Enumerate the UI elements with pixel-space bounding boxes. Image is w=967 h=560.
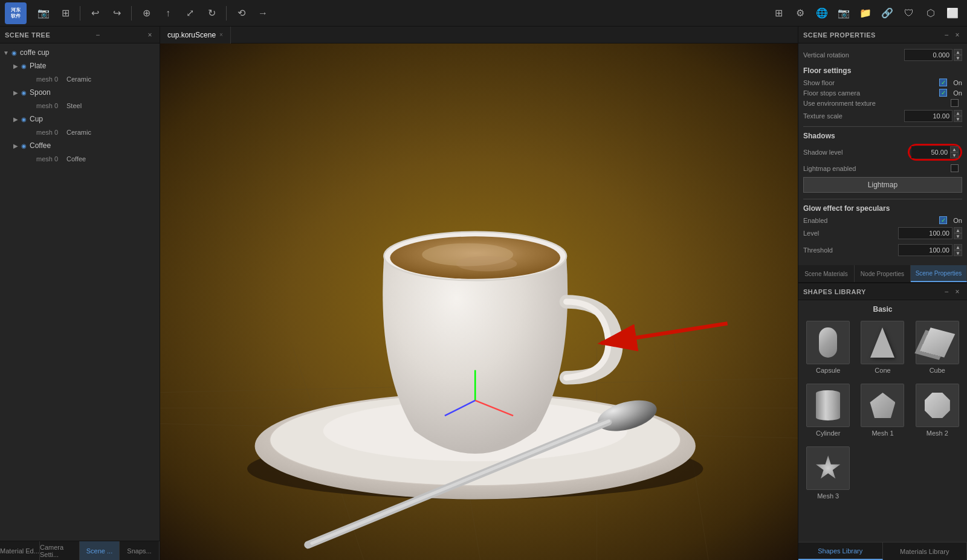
tab-snaps[interactable]: Snaps...: [120, 541, 160, 560]
glow-threshold-down[interactable]: ▼: [954, 250, 962, 256]
tab-camera-settings[interactable]: Camera Setti...: [40, 541, 80, 560]
toggle-spoon[interactable]: ▶: [12, 89, 19, 96]
viewport-tabs-bar: cup.koruScene ×: [160, 27, 798, 43]
texture-scale-input[interactable]: [904, 110, 952, 122]
tree-item-plate[interactable]: ▶ ◉ Plate: [0, 59, 160, 72]
new-scene-button[interactable]: ⊞: [56, 4, 75, 23]
mesh-row-coffee: mesh 0 Coffee: [0, 152, 160, 166]
scene-tree-minimize[interactable]: −: [93, 30, 103, 40]
shield-button[interactable]: 🛡: [899, 4, 919, 23]
main-area: SCENE TREE − × ▼ ◉ coffe cup ▶ ◉ Plate m…: [0, 27, 967, 560]
glow-threshold-up[interactable]: ▲: [954, 244, 962, 250]
shape-item-cube[interactable]: Cube: [913, 318, 962, 376]
vis-icon-coffee[interactable]: ◉: [19, 141, 28, 150]
shapes-tab-materials-library[interactable]: Materials Library: [883, 542, 968, 560]
show-floor-checkbox[interactable]: ✓: [939, 79, 947, 86]
scale-button[interactable]: ⤢: [180, 4, 199, 23]
shape-item-mesh2[interactable]: Mesh 2: [913, 381, 962, 439]
floor-settings-title: Floor settings: [803, 66, 962, 75]
expand-button[interactable]: ⬜: [943, 4, 962, 23]
mesh-row-plate: mesh 0 Ceramic: [0, 72, 160, 86]
texture-scale-down[interactable]: ▼: [954, 116, 962, 122]
folder-button[interactable]: 📁: [856, 4, 875, 23]
lightmap-enabled-checkbox[interactable]: [951, 164, 959, 172]
glow-level-down[interactable]: ▼: [954, 233, 962, 239]
glow-enabled-value: On: [953, 217, 962, 224]
lightmap-button[interactable]: Lightmap: [803, 177, 962, 193]
glow-enabled-checkbox[interactable]: ✓: [939, 216, 947, 224]
shape-item-cylinder[interactable]: Cylinder: [803, 381, 853, 439]
vertical-rotation-input[interactable]: [904, 49, 952, 61]
texture-scale-up[interactable]: ▲: [954, 110, 962, 116]
tree-item-spoon[interactable]: ▶ ◉ Spoon: [0, 86, 160, 99]
shapes-lib-minimize[interactable]: −: [942, 287, 951, 297]
tree-item-coffee[interactable]: ▶ ◉ Coffee: [0, 139, 160, 152]
vertical-rotation-down[interactable]: ▼: [954, 55, 962, 61]
snap-button[interactable]: ⟲: [231, 4, 251, 23]
vertical-rotation-value: ▲ ▼: [904, 49, 962, 61]
glow-title: Glow effect for speculars: [803, 204, 962, 213]
toggle-coffee[interactable]: ▶: [12, 142, 19, 149]
glow-level-input[interactable]: [898, 227, 952, 239]
viewport-canvas[interactable]: [160, 43, 798, 560]
item-name-cup: Cup: [30, 115, 43, 123]
vis-icon-cup[interactable]: ◉: [19, 115, 28, 123]
tab-scene-materials[interactable]: Scene Materials: [798, 265, 855, 282]
glow-enabled-label: Enabled: [803, 217, 939, 224]
redo-button[interactable]: ↪: [107, 4, 126, 23]
layout-button[interactable]: ⊞: [769, 4, 788, 23]
toggle-cup[interactable]: ▶: [12, 115, 19, 123]
vis-icon-plate[interactable]: ◉: [19, 62, 28, 70]
tab-scene[interactable]: Scene ...: [80, 541, 120, 560]
rotate-button[interactable]: ↻: [202, 4, 221, 23]
lightmap-enabled-label: Lightmap enabled: [803, 165, 951, 172]
mesh-row-spoon: mesh 0 Steel: [0, 99, 160, 112]
floor-stops-camera-checkbox[interactable]: ✓: [939, 89, 947, 97]
link-button[interactable]: 🔗: [878, 4, 897, 23]
transform-button[interactable]: ⊕: [137, 4, 156, 23]
export-button[interactable]: →: [253, 4, 273, 23]
tab-material-ed[interactable]: Material Ed...: [0, 541, 40, 560]
camera2-button[interactable]: 📷: [834, 4, 853, 23]
shapes-lib-close[interactable]: ×: [952, 287, 962, 297]
scene-props-minimize[interactable]: −: [942, 30, 951, 40]
globe-button[interactable]: 🌐: [812, 4, 832, 23]
vertical-rotation-up[interactable]: ▲: [954, 49, 962, 55]
item-name-spoon: Spoon: [30, 88, 51, 97]
settings-button[interactable]: ⚙: [791, 4, 810, 23]
viewport-tab-scene[interactable]: cup.koruScene ×: [160, 27, 231, 43]
tab-node-properties[interactable]: Node Properties: [855, 265, 911, 282]
tree-item-coffe-cup[interactable]: ▼ ◉ coffe cup: [0, 46, 160, 59]
shape-item-capsule[interactable]: Capsule: [803, 318, 853, 376]
glow-threshold-input[interactable]: [898, 244, 952, 256]
undo-button[interactable]: ↩: [85, 4, 105, 23]
scene-tree-close[interactable]: ×: [145, 30, 155, 40]
shadow-level-up[interactable]: ▲: [950, 146, 959, 152]
toggle-coffe-cup[interactable]: ▼: [2, 49, 10, 56]
glow-level-up[interactable]: ▲: [954, 227, 962, 233]
camera-button[interactable]: 📷: [34, 4, 53, 23]
tree-content: ▼ ◉ coffe cup ▶ ◉ Plate mesh 0 Ceramic ▶…: [0, 43, 160, 541]
texture-scale-row: Texture scale ▲ ▼: [803, 109, 962, 123]
shapes-tab-shapes-library[interactable]: Shapes Library: [798, 542, 883, 560]
shadow-level-input[interactable]: [911, 146, 950, 158]
shadow-level-down[interactable]: ▼: [950, 152, 959, 158]
shape-name-mesh1: Mesh 1: [872, 430, 893, 437]
tab-scene-properties[interactable]: Scene Properties: [911, 265, 967, 282]
shape-thumb-mesh3: [806, 446, 850, 490]
shape-item-mesh1[interactable]: Mesh 1: [858, 381, 907, 439]
hex-button[interactable]: ⬡: [921, 4, 940, 23]
vis-icon-coffe-cup[interactable]: ◉: [10, 48, 18, 57]
vis-icon-spoon[interactable]: ◉: [19, 88, 28, 97]
shape-item-mesh3[interactable]: Mesh 3: [803, 444, 853, 502]
shape-item-cone[interactable]: Cone: [858, 318, 907, 376]
scene-props-close[interactable]: ×: [952, 30, 962, 40]
tree-item-cup[interactable]: ▶ ◉ Cup: [0, 112, 160, 126]
move-up-button[interactable]: ↑: [158, 4, 178, 23]
use-env-texture-checkbox[interactable]: [951, 99, 959, 107]
texture-scale-spinner: ▲ ▼: [954, 110, 962, 122]
props-content: Vertical rotation ▲ ▼ Floor settings Sho…: [798, 43, 967, 265]
scene-svg: [160, 43, 798, 560]
toggle-plate[interactable]: ▶: [12, 62, 19, 69]
viewport-tab-close[interactable]: ×: [219, 31, 223, 38]
